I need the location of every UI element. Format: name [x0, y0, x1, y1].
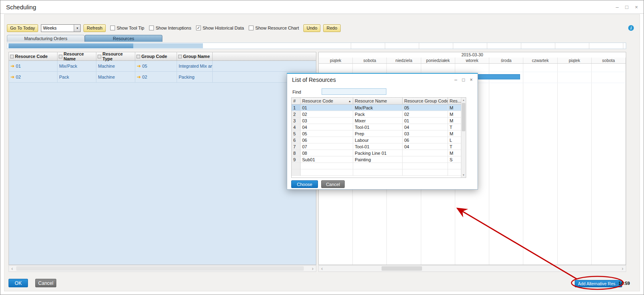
filter-icon[interactable] [178, 55, 182, 58]
filter-icon[interactable] [59, 55, 62, 58]
row-number: 2 [292, 111, 301, 118]
column-header-resource-name[interactable]: Resource Name [353, 98, 403, 104]
tab-resources[interactable]: Resources [85, 35, 162, 42]
column-header[interactable]: Resource Type [96, 52, 135, 60]
row-resource-code: 08 [301, 150, 353, 156]
choose-button[interactable]: Choose [291, 180, 318, 188]
find-label: Find [292, 90, 301, 94]
group-name: Integrated Mix and Pa [177, 61, 213, 71]
column-header[interactable]: Resource Code [9, 52, 58, 60]
cancel-button[interactable]: Cancel [35, 279, 56, 287]
redo-button[interactable]: Redo [323, 24, 340, 32]
dialog-table-row[interactable]: 5 05 Prep 03 M [292, 130, 461, 137]
scroll-up-icon[interactable]: ▲ [461, 98, 466, 103]
dialog-table-row[interactable]: 6 06 Labour 06 L [292, 137, 461, 143]
checkbox-box[interactable] [149, 26, 154, 30]
close-icon[interactable]: × [635, 4, 638, 10]
column-header-resource-group-code[interactable]: Resource Group Code [403, 98, 448, 104]
row-resource-code: 06 [301, 137, 353, 143]
dialog-table-row[interactable]: 1 01 Mix/Pack 05 M [292, 105, 461, 111]
minimize-icon[interactable]: – [616, 4, 618, 10]
tab-manufacturing-orders[interactable]: Manufacturing Orders [7, 35, 85, 42]
dialog-table-row[interactable]: 7 07 Tool-01 04 T [292, 143, 461, 150]
toolbar-checkbox[interactable]: Show Tool Tip [110, 26, 144, 30]
filter-icon[interactable] [10, 55, 14, 58]
column-header-number[interactable]: # [292, 98, 301, 104]
go-to-today-button[interactable]: Go To Today [7, 24, 38, 32]
chevron-down-icon[interactable]: ▼ [74, 25, 80, 32]
dialog-maximize-icon[interactable]: □ [462, 77, 465, 83]
dialog-cancel-button[interactable]: Cancel [321, 180, 345, 188]
link-arrow-icon[interactable]: ➔ [11, 75, 15, 79]
toolbar-checkbox[interactable]: Show Interuptions [149, 26, 191, 30]
scrollbar-thumb[interactable] [16, 266, 304, 271]
dialog-minimize-icon[interactable]: – [454, 77, 457, 83]
overview-secondary-range[interactable] [133, 43, 203, 48]
scroll-left-icon[interactable]: ‹ [319, 265, 325, 271]
group-code: 02 [142, 75, 147, 79]
overview-selected-range[interactable] [9, 43, 133, 48]
dialog-vscrollbar[interactable]: ▲ ▼ [461, 98, 466, 177]
row-resource-group-code: 02 [403, 111, 448, 118]
filter-icon[interactable] [136, 55, 140, 58]
gantt-day-label: wtorek [455, 58, 489, 63]
table-row[interactable]: ➔02 Pack Machine ➔02 Packing [9, 72, 316, 83]
row-resource-type: M [448, 105, 461, 111]
list-of-resources-dialog: List of Resources – □ × Find # Resource … [287, 73, 478, 190]
column-header[interactable]: Resource Name [58, 52, 96, 60]
column-header[interactable]: Group Name [177, 52, 213, 60]
link-arrow-icon[interactable]: ➔ [11, 64, 15, 68]
link-arrow-icon[interactable]: ➔ [137, 64, 141, 68]
dialog-table-row[interactable]: 8 08 Packing Line 01 M [292, 150, 461, 156]
ok-button[interactable]: OK [9, 279, 28, 287]
dialog-close-icon[interactable]: × [470, 77, 473, 83]
checkbox-box[interactable]: ✓ [196, 26, 201, 30]
period-dropdown[interactable]: Weeks ▼ [41, 24, 81, 32]
checkbox-box[interactable] [110, 26, 115, 30]
toolbar-checkbox[interactable]: ✓ Show Historical Data [196, 26, 244, 30]
gantt-day-label: środa [489, 58, 523, 63]
scroll-down-icon[interactable]: ▼ [461, 173, 466, 177]
maximize-icon[interactable]: □ [625, 4, 629, 10]
table-row[interactable]: ➔01 Mix/Pack Machine ➔05 Integrated Mix … [9, 61, 316, 72]
info-icon[interactable]: i [628, 25, 634, 31]
checkbox-label: Show Tool Tip [117, 26, 144, 30]
dialog-table-row[interactable]: 4 04 Tool-01 04 T [292, 124, 461, 130]
dialog-table-row[interactable]: 2 02 Pack 02 M [292, 111, 461, 118]
scroll-right-icon[interactable]: › [309, 265, 316, 271]
resource-type: Machine [96, 72, 135, 82]
link-arrow-icon[interactable]: ➔ [137, 75, 141, 79]
filter-icon[interactable] [98, 55, 101, 58]
dialog-titlebar[interactable]: List of Resources – □ × [287, 74, 478, 86]
row-resource-name: Tool-01 [353, 124, 403, 130]
refresh-button[interactable]: Refresh [83, 24, 106, 32]
undo-button[interactable]: Undo [303, 24, 320, 32]
checkbox-label: Show Historical Data [203, 26, 244, 30]
scrollbar-thumb[interactable] [462, 103, 465, 131]
toolbar-checkbox[interactable]: Show Resource Chart [249, 26, 299, 30]
column-header-resource-code[interactable]: Resource Code ▲ [301, 98, 353, 104]
left-panel-hscrollbar[interactable]: ‹ › [9, 265, 316, 272]
row-resource-type: T [448, 143, 461, 150]
scrollbar-thumb[interactable] [382, 266, 422, 271]
column-header-label: Resource Type [102, 52, 134, 61]
checkbox-box[interactable] [249, 26, 254, 30]
find-input[interactable] [322, 88, 386, 95]
column-header[interactable]: Group Code [135, 52, 177, 60]
add-alternative-resource-button[interactable]: Add Alternative Res... [575, 280, 622, 287]
gantt-hscrollbar[interactable]: ‹ › [318, 265, 626, 272]
row-resource-group-code [403, 150, 448, 156]
row-number: 8 [292, 150, 301, 156]
row-resource-type: M [448, 118, 461, 124]
scroll-left-icon[interactable]: ‹ [9, 265, 15, 271]
timeline-overview-strip[interactable] [7, 43, 626, 49]
row-number: 5 [292, 130, 301, 137]
dialog-table-row[interactable]: 9 Sub01 Painting S [292, 156, 461, 163]
status-time: 14:59 [618, 281, 630, 286]
scroll-right-icon[interactable]: › [619, 265, 626, 271]
dialog-title: List of Resources [292, 77, 336, 83]
dialog-table-body: 1 01 Mix/Pack 05 M 2 02 Pack 02 M [292, 105, 466, 163]
row-resource-name: Prep [353, 130, 403, 137]
column-header-resource-type[interactable]: Res... [448, 98, 461, 104]
dialog-table-row[interactable]: 3 03 Mixer 01 M [292, 118, 461, 124]
